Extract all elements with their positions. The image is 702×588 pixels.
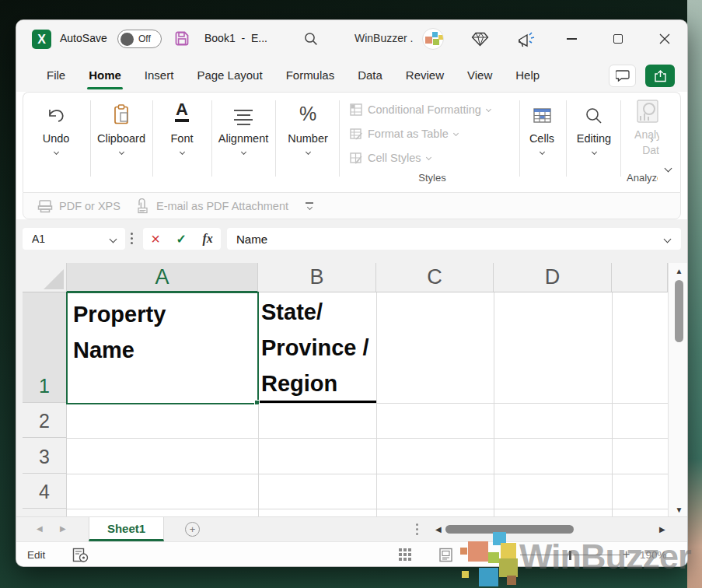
percent-icon: % (299, 103, 316, 125)
ribbon-group-cells[interactable]: Cells (512, 99, 571, 177)
document-title: Book1 - E... (204, 32, 267, 44)
tab-view[interactable]: View (456, 58, 504, 92)
styles-group-caption: Styles (350, 172, 515, 184)
collapse-ribbon-chevron-icon[interactable] (665, 165, 672, 173)
cell-b1[interactable]: State/ Province / Region (261, 294, 379, 403)
ribbon-group-clipboard[interactable]: Clipboard (92, 99, 151, 177)
clipboard-label: Clipboard (97, 132, 145, 145)
normal-view-icon[interactable] (399, 548, 413, 562)
plus-icon: + (190, 523, 196, 535)
ribbon-group-undo[interactable]: Undo (26, 99, 86, 177)
ribbon-tabs: File Home Insert Page Layout Formulas Da… (35, 58, 551, 92)
tab-data[interactable]: Data (346, 58, 394, 92)
search-icon[interactable] (304, 32, 318, 46)
zoom-level[interactable]: 190% (640, 549, 667, 561)
tab-formulas[interactable]: Formulas (274, 58, 347, 92)
sheet-nav-left-icon[interactable]: ◀ (37, 524, 43, 533)
format-as-table-button[interactable]: Format as Table (350, 121, 515, 145)
formula-input[interactable]: Name (227, 228, 681, 250)
autosave-toggle[interactable]: Off (117, 30, 162, 48)
maximize-button[interactable] (606, 27, 630, 51)
scroll-down-icon[interactable]: ▼ (669, 506, 688, 514)
conditional-formatting-button[interactable]: Conditional Formatting (350, 97, 515, 121)
page-layout-view-icon[interactable] (438, 548, 453, 562)
row-header-4[interactable]: 4 (23, 474, 67, 509)
insert-function-icon[interactable]: fx (202, 232, 212, 246)
new-sheet-button[interactable]: + (185, 522, 200, 537)
tab-insert[interactable]: Insert (133, 58, 186, 92)
ribbon-group-font[interactable]: A Font (152, 99, 211, 177)
ribbon-group-editing[interactable]: Editing (564, 99, 623, 177)
pdf-or-xps-button[interactable]: PDF or XPS (37, 199, 120, 213)
cancel-icon[interactable]: × (151, 230, 160, 248)
row-header-partial[interactable] (23, 509, 67, 516)
chevron-down-icon (240, 149, 246, 155)
cell-styles-icon (350, 152, 362, 164)
save-icon[interactable] (174, 30, 190, 47)
ribbon-group-alignment[interactable]: Alignment (214, 99, 273, 177)
column-header-b[interactable]: B (258, 263, 376, 292)
hscroll-left-icon[interactable]: ◀ (435, 525, 442, 534)
minimize-icon (567, 38, 577, 40)
feedback-megaphone-icon[interactable] (516, 30, 536, 49)
ribbon-group-number[interactable]: % Number (278, 99, 337, 177)
email-pdf-button[interactable]: E-mail as PDF Attachment (134, 198, 288, 214)
toggle-knob-icon (120, 33, 134, 46)
account-avatar[interactable] (422, 28, 444, 50)
flyout-arrow-icon[interactable]: › (650, 133, 654, 145)
column-header-partial[interactable] (612, 263, 668, 292)
gridline (612, 292, 613, 516)
sheet-tab-sheet1[interactable]: Sheet1 (89, 517, 164, 541)
row-header-1[interactable]: 1 (23, 292, 67, 403)
conditional-formatting-icon (350, 103, 362, 116)
chevron-down-icon (305, 149, 310, 155)
row-header-2[interactable]: 2 (23, 403, 67, 438)
close-button[interactable] (653, 27, 676, 51)
select-all-corner[interactable] (23, 263, 67, 292)
tab-file[interactable]: File (35, 58, 77, 92)
vertical-scrollbar-thumb[interactable] (675, 280, 683, 342)
zoom-out-icon[interactable]: − (505, 548, 512, 562)
account-name[interactable]: WinBuzzer . (354, 32, 413, 44)
chevron-down-icon (110, 235, 117, 243)
name-box[interactable]: A1 (23, 228, 125, 250)
column-header-c[interactable]: C (376, 263, 494, 292)
zoom-in-icon[interactable]: + (623, 548, 630, 562)
enter-check-icon[interactable]: ✓ (176, 232, 186, 247)
formula-bar-row: A1 × ✓ fx Name (16, 219, 687, 257)
ribbon-group-analyze-data[interactable]: Analyze Data (627, 97, 659, 183)
zoom-slider-handle[interactable] (569, 551, 571, 560)
tab-home[interactable]: Home (77, 58, 133, 92)
sheet-nav-right-icon[interactable]: ▶ (60, 524, 66, 533)
horizontal-scrollbar-thumb[interactable] (445, 525, 574, 534)
tab-page-layout[interactable]: Page Layout (185, 58, 274, 92)
tab-help[interactable]: Help (504, 58, 551, 92)
scroll-up-icon[interactable]: ▲ (669, 267, 688, 275)
formula-bar-drag-handle[interactable] (131, 233, 133, 244)
share-button[interactable] (645, 65, 675, 87)
ribbon: Undo Clipboard A Font (23, 92, 681, 192)
hscroll-right-icon[interactable]: ▶ (659, 525, 665, 534)
minimize-button[interactable] (560, 27, 583, 51)
cell-styles-button[interactable]: Cell Styles (350, 145, 515, 170)
tab-review[interactable]: Review (394, 58, 456, 92)
vertical-scrollbar[interactable]: ▲ ▼ (668, 263, 688, 516)
spreadsheet-grid: A B C D 1 2 3 4 Property Name State/ Pro… (16, 257, 687, 516)
cells-icon (533, 107, 552, 125)
ribbon-tab-bar: File Home Insert Page Layout Formulas Da… (16, 58, 687, 92)
number-label: Number (288, 132, 328, 145)
format-as-table-label: Format as Table (368, 128, 449, 140)
accessibility-checker-icon[interactable] (72, 548, 89, 563)
row-header-3[interactable]: 3 (23, 438, 67, 474)
editing-label: Editing (577, 132, 611, 145)
analyze-data-icon (636, 99, 659, 124)
column-header-d[interactable]: D (494, 263, 612, 292)
chevron-down-icon (425, 155, 431, 160)
comments-button[interactable] (609, 65, 636, 87)
customize-qat-chevron-icon[interactable] (306, 202, 313, 209)
fill-handle[interactable] (254, 400, 260, 405)
column-header-a[interactable]: A (67, 263, 258, 292)
premium-diamond-icon[interactable] (471, 32, 489, 47)
excel-app-icon[interactable]: X (32, 30, 51, 49)
scrollbar-resize-handle[interactable] (416, 523, 418, 535)
